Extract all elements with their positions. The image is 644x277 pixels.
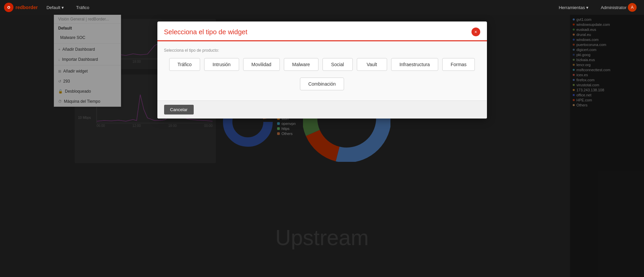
widget-btn-trafico[interactable]: Tráfico xyxy=(169,58,200,71)
widget-btn-formas[interactable]: Formas xyxy=(442,58,475,71)
top-navigation: redborder Default ▾ Tráfico Herramientas… xyxy=(0,0,644,15)
widget-btn-combinacion[interactable]: Combinación xyxy=(300,78,344,90)
logo-text: redborder xyxy=(15,5,38,10)
modal-subtitle: Selecciona el tipo de producto: xyxy=(164,48,480,53)
widget-btn-vault[interactable]: Vault xyxy=(357,58,387,71)
widget-type-modal: Selecciona el tipo de widget × Seleccion… xyxy=(157,21,487,119)
logo-icon xyxy=(4,3,13,12)
widget-btn-intrusion[interactable]: Intrusión xyxy=(204,58,239,71)
modal-header: Selecciona el tipo de widget × xyxy=(157,21,487,41)
widget-type-buttons: Tráfico Intrusión Movilidad Malware Soci… xyxy=(164,58,480,71)
nav-herramientas[interactable]: Herramientas ▾ xyxy=(555,4,592,11)
svg-point-2 xyxy=(8,7,9,8)
widget-btn-movilidad[interactable]: Movilidad xyxy=(243,58,280,71)
widget-btn-infraestructura[interactable]: Infraestructura xyxy=(391,58,438,71)
logo-area: redborder xyxy=(4,3,38,12)
nav-right-area: Herramientas ▾ Administrator A xyxy=(555,2,640,13)
widget-btn-malware[interactable]: Malware xyxy=(284,58,318,71)
modal-body: Selecciona el tipo de producto: Tráfico … xyxy=(157,41,487,100)
main-content: Visión General | redBorder... Default Ma… xyxy=(0,15,644,277)
combinacion-row: Combinación xyxy=(164,78,480,90)
nav-administrator[interactable]: Administrator A xyxy=(597,2,640,13)
cancel-button[interactable]: Cancelar xyxy=(164,105,194,114)
nav-default[interactable]: Default ▾ xyxy=(43,4,67,11)
nav-trafico[interactable]: Tráfico xyxy=(73,4,92,11)
modal-overlay: Selecciona el tipo de widget × Seleccion… xyxy=(0,15,644,277)
admin-avatar: A xyxy=(628,3,637,12)
modal-close-button[interactable]: × xyxy=(471,28,480,36)
modal-footer: Cancelar xyxy=(157,100,487,119)
widget-btn-social[interactable]: Social xyxy=(323,58,353,71)
modal-title: Selecciona el tipo de widget xyxy=(164,28,248,36)
